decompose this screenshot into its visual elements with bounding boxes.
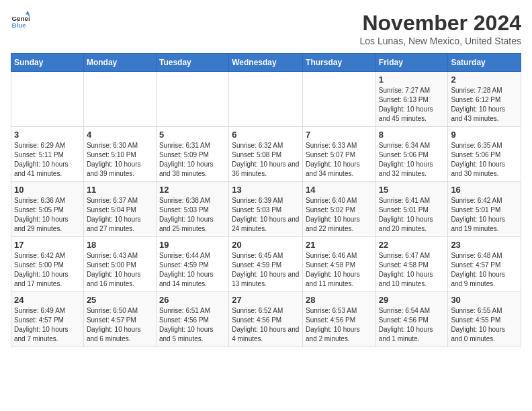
day-number: 10 xyxy=(14,185,81,195)
day-cell xyxy=(229,72,303,127)
day-info: Sunrise: 6:49 AM Sunset: 4:57 PM Dayligh… xyxy=(14,306,81,344)
day-cell: 17Sunrise: 6:42 AM Sunset: 5:00 PM Dayli… xyxy=(11,237,84,292)
day-cell: 27Sunrise: 6:52 AM Sunset: 4:56 PM Dayli… xyxy=(229,292,303,347)
day-number: 21 xyxy=(306,240,373,250)
day-info: Sunrise: 6:44 AM Sunset: 4:59 PM Dayligh… xyxy=(159,251,226,289)
calendar-table: SundayMondayTuesdayWednesdayThursdayFrid… xyxy=(11,53,521,347)
page-header: General Blue November 2024 Los Lunas, Ne… xyxy=(11,11,521,46)
week-row-2: 3Sunrise: 6:29 AM Sunset: 5:11 PM Daylig… xyxy=(11,127,521,182)
day-info: Sunrise: 6:33 AM Sunset: 5:07 PM Dayligh… xyxy=(306,141,373,179)
day-info: Sunrise: 6:35 AM Sunset: 5:06 PM Dayligh… xyxy=(451,141,518,179)
day-cell: 3Sunrise: 6:29 AM Sunset: 5:11 PM Daylig… xyxy=(11,127,84,182)
day-cell: 8Sunrise: 6:34 AM Sunset: 5:06 PM Daylig… xyxy=(375,127,448,182)
logo: General Blue xyxy=(11,11,30,30)
day-cell: 12Sunrise: 6:38 AM Sunset: 5:03 PM Dayli… xyxy=(156,182,228,237)
day-info: Sunrise: 6:47 AM Sunset: 4:58 PM Dayligh… xyxy=(379,251,445,289)
svg-text:Blue: Blue xyxy=(11,21,26,29)
day-info: Sunrise: 6:46 AM Sunset: 4:58 PM Dayligh… xyxy=(306,251,373,289)
day-cell: 4Sunrise: 6:30 AM Sunset: 5:10 PM Daylig… xyxy=(83,127,156,182)
day-cell: 13Sunrise: 6:39 AM Sunset: 5:03 PM Dayli… xyxy=(229,182,303,237)
day-header-wednesday: Wednesday xyxy=(229,54,303,72)
day-number: 18 xyxy=(87,240,153,250)
day-info: Sunrise: 6:55 AM Sunset: 4:55 PM Dayligh… xyxy=(451,306,518,344)
day-cell: 6Sunrise: 6:32 AM Sunset: 5:08 PM Daylig… xyxy=(229,127,303,182)
day-cell: 29Sunrise: 6:54 AM Sunset: 4:56 PM Dayli… xyxy=(375,292,448,347)
day-cell: 19Sunrise: 6:44 AM Sunset: 4:59 PM Dayli… xyxy=(156,237,228,292)
day-header-sunday: Sunday xyxy=(11,54,84,72)
day-header-thursday: Thursday xyxy=(303,54,376,72)
day-cell: 1Sunrise: 7:27 AM Sunset: 6:13 PM Daylig… xyxy=(375,72,448,127)
day-info: Sunrise: 6:31 AM Sunset: 5:09 PM Dayligh… xyxy=(159,141,226,179)
day-info: Sunrise: 6:53 AM Sunset: 4:56 PM Dayligh… xyxy=(306,306,373,344)
day-header-saturday: Saturday xyxy=(448,54,521,72)
month-title: November 2024 xyxy=(360,11,521,36)
day-cell: 10Sunrise: 6:36 AM Sunset: 5:05 PM Dayli… xyxy=(11,182,84,237)
day-number: 6 xyxy=(232,130,300,140)
day-number: 4 xyxy=(87,130,153,140)
week-row-4: 17Sunrise: 6:42 AM Sunset: 5:00 PM Dayli… xyxy=(11,237,521,292)
day-cell xyxy=(11,72,84,127)
day-cell: 24Sunrise: 6:49 AM Sunset: 4:57 PM Dayli… xyxy=(11,292,84,347)
day-number: 20 xyxy=(232,240,300,250)
day-info: Sunrise: 6:54 AM Sunset: 4:56 PM Dayligh… xyxy=(379,306,445,344)
day-info: Sunrise: 7:27 AM Sunset: 6:13 PM Dayligh… xyxy=(379,86,445,124)
day-info: Sunrise: 6:51 AM Sunset: 4:56 PM Dayligh… xyxy=(159,306,226,344)
day-cell: 21Sunrise: 6:46 AM Sunset: 4:58 PM Dayli… xyxy=(303,237,376,292)
day-info: Sunrise: 6:43 AM Sunset: 5:00 PM Dayligh… xyxy=(87,251,153,289)
day-cell: 22Sunrise: 6:47 AM Sunset: 4:58 PM Dayli… xyxy=(375,237,448,292)
day-cell: 26Sunrise: 6:51 AM Sunset: 4:56 PM Dayli… xyxy=(156,292,228,347)
week-row-5: 24Sunrise: 6:49 AM Sunset: 4:57 PM Dayli… xyxy=(11,292,521,347)
day-number: 30 xyxy=(451,295,518,305)
day-info: Sunrise: 6:52 AM Sunset: 4:56 PM Dayligh… xyxy=(232,306,300,344)
day-cell: 23Sunrise: 6:48 AM Sunset: 4:57 PM Dayli… xyxy=(448,237,521,292)
day-info: Sunrise: 6:41 AM Sunset: 5:01 PM Dayligh… xyxy=(379,196,445,234)
day-number: 15 xyxy=(379,185,445,195)
day-number: 2 xyxy=(451,75,518,85)
day-cell: 30Sunrise: 6:55 AM Sunset: 4:55 PM Dayli… xyxy=(448,292,521,347)
day-cell: 28Sunrise: 6:53 AM Sunset: 4:56 PM Dayli… xyxy=(303,292,376,347)
day-number: 7 xyxy=(306,130,373,140)
week-row-3: 10Sunrise: 6:36 AM Sunset: 5:05 PM Dayli… xyxy=(11,182,521,237)
day-number: 9 xyxy=(451,130,518,140)
day-cell: 16Sunrise: 6:42 AM Sunset: 5:01 PM Dayli… xyxy=(448,182,521,237)
day-info: Sunrise: 6:37 AM Sunset: 5:04 PM Dayligh… xyxy=(87,196,153,234)
logo-icon: General Blue xyxy=(11,11,30,30)
day-info: Sunrise: 6:39 AM Sunset: 5:03 PM Dayligh… xyxy=(232,196,300,234)
day-info: Sunrise: 6:42 AM Sunset: 5:01 PM Dayligh… xyxy=(451,196,518,234)
day-info: Sunrise: 6:32 AM Sunset: 5:08 PM Dayligh… xyxy=(232,141,300,179)
day-info: Sunrise: 6:34 AM Sunset: 5:06 PM Dayligh… xyxy=(379,141,445,179)
day-info: Sunrise: 6:48 AM Sunset: 4:57 PM Dayligh… xyxy=(451,251,518,289)
day-cell: 14Sunrise: 6:40 AM Sunset: 5:02 PM Dayli… xyxy=(303,182,376,237)
title-block: November 2024 Los Lunas, New Mexico, Uni… xyxy=(360,11,521,46)
day-cell xyxy=(156,72,228,127)
day-number: 14 xyxy=(306,185,373,195)
day-number: 1 xyxy=(379,75,445,85)
day-number: 3 xyxy=(14,130,81,140)
day-number: 22 xyxy=(379,240,445,250)
day-number: 23 xyxy=(451,240,518,250)
week-row-1: 1Sunrise: 7:27 AM Sunset: 6:13 PM Daylig… xyxy=(11,72,521,127)
day-cell xyxy=(83,72,156,127)
day-header-friday: Friday xyxy=(375,54,448,72)
day-cell: 15Sunrise: 6:41 AM Sunset: 5:01 PM Dayli… xyxy=(375,182,448,237)
location-title: Los Lunas, New Mexico, United States xyxy=(360,36,521,46)
day-number: 19 xyxy=(159,240,226,250)
day-number: 25 xyxy=(87,295,153,305)
day-number: 26 xyxy=(159,295,226,305)
day-number: 8 xyxy=(379,130,445,140)
day-cell: 9Sunrise: 6:35 AM Sunset: 5:06 PM Daylig… xyxy=(448,127,521,182)
day-info: Sunrise: 6:42 AM Sunset: 5:00 PM Dayligh… xyxy=(14,251,81,289)
day-number: 17 xyxy=(14,240,81,250)
day-header-tuesday: Tuesday xyxy=(156,54,228,72)
svg-marker-2 xyxy=(26,11,30,15)
day-info: Sunrise: 6:40 AM Sunset: 5:02 PM Dayligh… xyxy=(306,196,373,234)
day-info: Sunrise: 7:28 AM Sunset: 6:12 PM Dayligh… xyxy=(451,86,518,124)
day-cell: 7Sunrise: 6:33 AM Sunset: 5:07 PM Daylig… xyxy=(303,127,376,182)
day-number: 13 xyxy=(232,185,300,195)
day-number: 12 xyxy=(159,185,226,195)
day-number: 24 xyxy=(14,295,81,305)
day-info: Sunrise: 6:38 AM Sunset: 5:03 PM Dayligh… xyxy=(159,196,226,234)
day-number: 16 xyxy=(451,185,518,195)
day-cell xyxy=(303,72,376,127)
day-number: 5 xyxy=(159,130,226,140)
